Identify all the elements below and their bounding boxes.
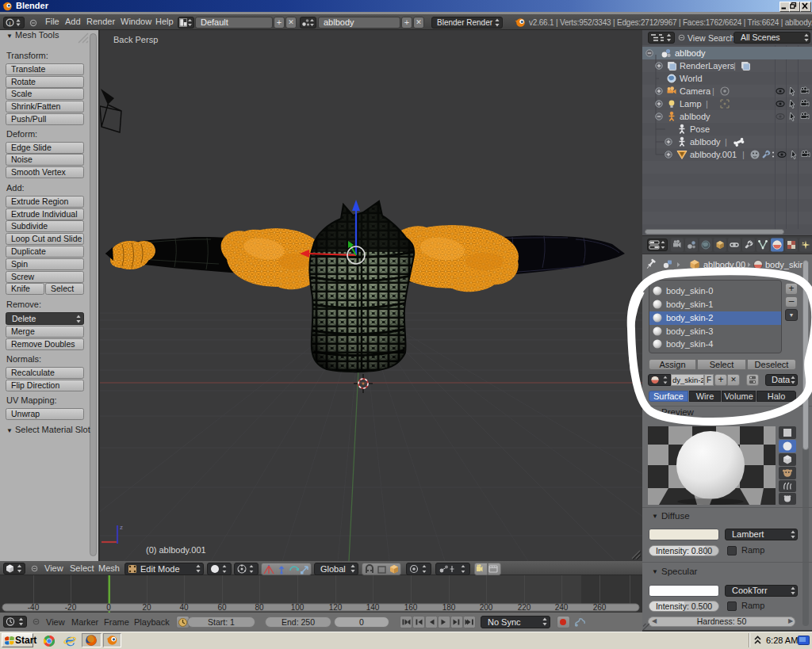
svg-text:220: 220 <box>518 603 531 612</box>
svg-text:ablbody: ablbody <box>680 112 710 121</box>
svg-text:|: | <box>742 150 745 159</box>
svg-text:body_skin-1: body_skin-1 <box>666 300 713 309</box>
svg-text:ablbody.00: ablbody.00 <box>703 260 745 269</box>
svg-text:60: 60 <box>217 603 227 612</box>
svg-text:140: 140 <box>366 603 380 612</box>
svg-text:120: 120 <box>329 603 343 612</box>
svg-text:80: 80 <box>255 603 264 612</box>
svg-text:260: 260 <box>593 603 607 612</box>
svg-text:|: | <box>706 99 708 109</box>
svg-text:body_skin-3: body_skin-3 <box>666 326 713 336</box>
svg-text:ablbody: ablbody <box>690 137 721 147</box>
svg-text:ablbody: ablbody <box>675 48 706 58</box>
svg-text:body_skin-4: body_skin-4 <box>666 339 713 349</box>
svg-text:z: z <box>120 524 123 531</box>
svg-text:-40: -40 <box>28 603 40 612</box>
svg-text:(0) ablbody.001: (0) ablbody.001 <box>146 545 206 555</box>
svg-text:0: 0 <box>106 603 111 612</box>
svg-text:Lamp: Lamp <box>680 99 702 109</box>
svg-text:body_skin-0: body_skin-0 <box>666 286 713 296</box>
svg-text:Back Persp: Back Persp <box>113 35 158 44</box>
svg-text:RenderLayers: RenderLayers <box>680 61 735 71</box>
svg-text:ablbody.001: ablbody.001 <box>690 150 737 159</box>
svg-text:-20: -20 <box>65 603 77 612</box>
svg-text:World: World <box>680 74 703 83</box>
svg-text:body_skin-2: body_skin-2 <box>666 313 713 323</box>
svg-text:240: 240 <box>555 603 569 612</box>
svg-text:|: | <box>733 61 736 71</box>
svg-text:|: | <box>712 86 714 96</box>
svg-text:|: | <box>725 137 727 147</box>
svg-text:Camera: Camera <box>680 86 711 96</box>
svg-text:100: 100 <box>291 603 304 612</box>
svg-text:160: 160 <box>404 603 418 612</box>
svg-text:i: i <box>10 20 11 27</box>
svg-text:40: 40 <box>179 603 189 612</box>
svg-text:Pose: Pose <box>690 124 710 134</box>
svg-text:180: 180 <box>442 603 456 612</box>
svg-text:20: 20 <box>142 603 151 612</box>
svg-text:200: 200 <box>480 603 493 612</box>
svg-text:body_skin-: body_skin- <box>765 260 808 269</box>
